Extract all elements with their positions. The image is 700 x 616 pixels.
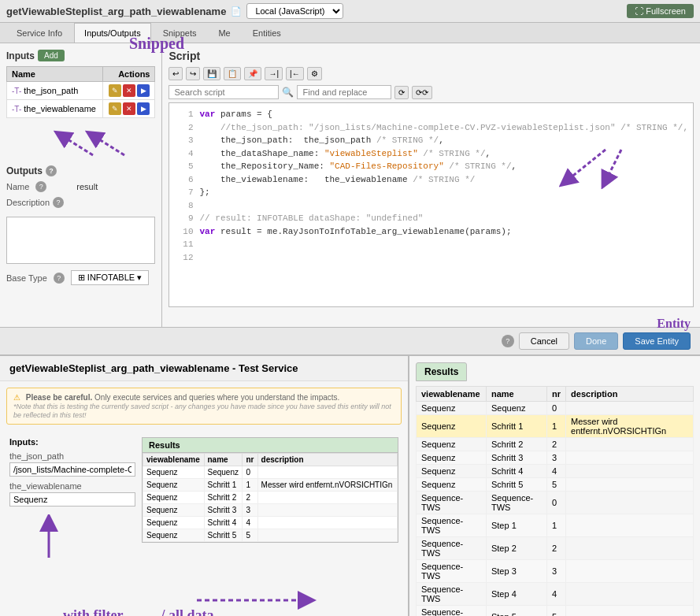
page-title: getViewableSteplist_arg_path_viewablenam…	[6, 6, 226, 17]
warning-text: Only execute services and queries where …	[94, 393, 339, 402]
tab-snippets[interactable]: Snippets	[153, 23, 207, 43]
table-row: SequenzSchritt 33	[417, 451, 694, 465]
cancel-button[interactable]: Cancel	[519, 332, 569, 350]
table-row: -T-the_json_path ✎ ✕ ▶	[7, 82, 155, 100]
table-row: Sequence-TWSStep 55	[417, 606, 694, 617]
large-col-desc: description	[566, 387, 694, 402]
edit-param-1-button[interactable]: ✎	[109, 102, 121, 115]
param-name: the_json_path	[24, 86, 78, 95]
dashed-arrow-right	[197, 588, 323, 614]
toolbar-paste-button[interactable]: 📌	[244, 67, 261, 80]
edit-param-0-button[interactable]: ✎	[109, 84, 121, 97]
table-row: Sequence-TWSStep 11	[417, 514, 694, 537]
outputs-name-value: result	[76, 182, 98, 191]
search-script-input[interactable]	[169, 85, 279, 99]
outputs-basetype-label: Base Type	[6, 273, 47, 283]
fullscreen-button[interactable]: Fullscreen	[627, 4, 694, 18]
filter-arrow-container	[9, 514, 135, 562]
large-col-viewablename: viewablename	[417, 387, 487, 402]
add-input-button[interactable]: Add	[38, 50, 65, 61]
table-row: Sequence-TWSStep 44	[417, 583, 694, 606]
replace-input[interactable]	[297, 85, 391, 99]
table-row: SequenzSchritt 44	[143, 517, 398, 529]
outputs-basetype-help-icon: ?	[54, 273, 65, 284]
test-json-path-label: the_json_path	[9, 451, 135, 461]
test-viewablename-label: the_viewablename	[9, 481, 135, 491]
table-row: SequenzSchritt 33	[143, 504, 398, 517]
code-editor[interactable]: 1var params = { 2 //the_json_path: "/jso…	[169, 102, 694, 307]
col-nr: nr	[243, 454, 257, 466]
action-help-icon[interactable]: ?	[502, 335, 514, 347]
toolbar-copy-button[interactable]: 📋	[224, 67, 241, 80]
tab-me[interactable]: Me	[208, 23, 240, 43]
table-row: SequenzSequenz0	[143, 466, 398, 479]
col-name: name	[204, 454, 243, 466]
test-viewablename-input[interactable]	[9, 492, 135, 507]
doc-icon: 📄	[231, 6, 242, 17]
script-title: Script	[169, 50, 694, 62]
test-inputs-label: Inputs:	[9, 437, 135, 447]
info-param-0-button[interactable]: ▶	[137, 84, 150, 97]
outputs-help-icon-2: ?	[35, 181, 46, 192]
table-row: SequenzSchritt 44	[417, 465, 694, 478]
with-filter-label: with filter	[63, 607, 123, 616]
all-data-label: / all data	[161, 607, 213, 616]
outputs-title: Outputs	[6, 165, 43, 176]
table-row: Sequence-TWSStep 22	[417, 537, 694, 560]
toolbar-format-button[interactable]: ⚙	[307, 67, 322, 80]
table-row: SequenzSchritt 55	[143, 529, 398, 542]
toolbar-undo-button[interactable]: ↩	[169, 67, 183, 80]
toolbar-redo-button[interactable]: ↪	[186, 67, 200, 80]
table-row: SequenzSchritt 22	[417, 438, 694, 451]
warning-bold: Please be careful.	[26, 393, 93, 402]
env-dropdown[interactable]: Local (JavaScript)	[246, 3, 343, 19]
bottom-annotation: with filter / all data	[63, 607, 214, 616]
replace-button[interactable]: ⟳	[394, 86, 409, 99]
tab-entities[interactable]: Entities	[243, 23, 291, 43]
info-param-1-button[interactable]: ▶	[137, 102, 150, 115]
col-viewablename: viewablename	[143, 454, 205, 466]
name-col-header: Name	[7, 67, 103, 82]
test-json-path-input[interactable]	[9, 462, 135, 477]
table-row: Sequence-TWSSequence-TWS0	[417, 492, 694, 514]
small-results-header: Results	[143, 438, 398, 453]
entity-annotation: Entity	[657, 317, 691, 331]
warning-note: *Note that this is testing the currently…	[13, 403, 391, 419]
replace-all-button[interactable]: ⟳⟳	[412, 86, 432, 99]
outputs-desc-help-icon: ?	[53, 197, 64, 208]
arrow-annotation	[14, 128, 162, 159]
table-row: SequenzSchritt 55	[417, 478, 694, 492]
col-desc: description	[257, 454, 397, 466]
param-type-icon: -T-	[12, 105, 21, 113]
table-row: -T-the_viewablename ✎ ✕ ▶	[7, 100, 155, 118]
save-entity-button[interactable]: Save Entity	[623, 332, 691, 350]
param-type-icon: -T-	[12, 87, 21, 95]
delete-param-0-button[interactable]: ✕	[123, 84, 135, 97]
search-icon: 🔍	[282, 87, 294, 98]
outputs-name-label: Name	[6, 182, 29, 191]
param-name: the_viewablename	[24, 104, 96, 113]
tab-service-info[interactable]: Service Info	[6, 23, 72, 43]
inputs-title: Inputs	[6, 50, 35, 61]
outputs-desc-textarea[interactable]	[6, 217, 155, 264]
toolbar-outdent-button[interactable]: |←	[286, 67, 304, 80]
large-results-header: Results	[416, 362, 467, 381]
table-row: SequenzSequenz0	[417, 402, 694, 415]
delete-param-1-button[interactable]: ✕	[123, 102, 135, 115]
outputs-desc-label: Description	[6, 198, 50, 207]
large-col-name: name	[486, 387, 546, 402]
outputs-help-icon: ?	[46, 165, 57, 176]
done-button[interactable]: Done	[574, 332, 618, 350]
tab-inputs-outputs[interactable]: Inputs/Outputs	[74, 23, 151, 43]
warning-icon: ⚠	[13, 393, 20, 402]
large-col-nr: nr	[547, 387, 566, 402]
basetype-button[interactable]: ⊞ INFOTABLE ▾	[71, 270, 149, 285]
table-row: SequenzSchritt 11Messer wird entfernt.nV…	[143, 479, 398, 492]
toolbar-save-button[interactable]: 💾	[203, 67, 220, 80]
table-row: SequenzSchritt 22	[143, 492, 398, 504]
toolbar-indent-button[interactable]: →|	[265, 67, 283, 80]
table-row: SequenzSchritt 11Messer wird entfernt.nV…	[417, 415, 694, 438]
table-row: Sequence-TWSStep 33	[417, 560, 694, 583]
actions-col-header: Actions	[103, 67, 155, 82]
table-icon: ⊞	[78, 273, 87, 282]
